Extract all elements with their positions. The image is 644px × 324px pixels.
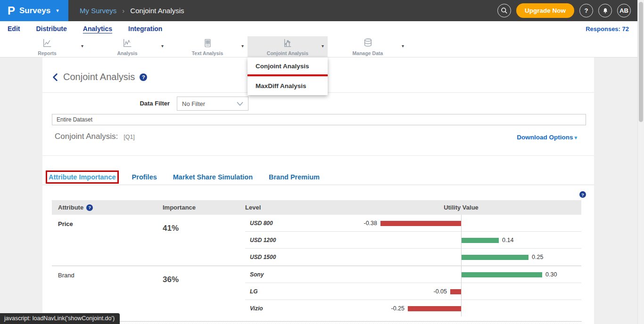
utility-bar xyxy=(408,306,461,311)
level-label: USD 1200 xyxy=(250,237,276,243)
utility-value-label: -0.38 xyxy=(364,220,378,227)
breadcrumb-parent-link[interactable]: My Surveys xyxy=(80,7,116,15)
table-header: Attribute ? Importance Level Utility Val… xyxy=(52,200,581,215)
question-code: [Q1] xyxy=(124,134,135,140)
upgrade-now-button[interactable]: Upgrade Now xyxy=(516,3,574,18)
toolbar-item-label: Text Analysis xyxy=(192,50,223,56)
download-options-label: Download Options xyxy=(517,134,573,141)
chevron-down-icon: ▾ xyxy=(56,8,59,14)
column-header-attribute: Attribute ? xyxy=(58,204,93,211)
dataset-value: Entire Dataset xyxy=(57,116,92,123)
level-row-vizio: Vizio-0.25 xyxy=(245,300,581,317)
toolbar-item-analysis[interactable]: Analysis▾ xyxy=(87,36,167,57)
app-window: P Surveys ▾ My Surveys › Conjoint Analys… xyxy=(0,0,644,324)
page-help-icon[interactable]: ? xyxy=(140,73,147,81)
toolbar-item-reports[interactable]: Reports▾ xyxy=(7,36,87,57)
responses-count: Responses: 72 xyxy=(586,25,636,32)
data-filter-label: Data Filter xyxy=(113,100,170,107)
breadcrumb-current: Conjoint Analysis xyxy=(130,7,184,15)
attribute-name: Price xyxy=(58,220,73,227)
status-link-tooltip: javascript: loadNavLink('showConjoint.do… xyxy=(0,313,120,324)
main-content-card: Conjoint Analysis ? Data Filter No Filte… xyxy=(42,57,594,324)
tab-profiles[interactable]: Profiles xyxy=(132,173,157,181)
utility-value-label: -0.25 xyxy=(391,305,405,312)
menu-item-maxdiff-analysis[interactable]: MaxDiff Analysis xyxy=(248,76,328,95)
importance-value: 36% xyxy=(163,275,179,284)
vertical-scrollbar[interactable] xyxy=(637,0,644,324)
dataset-field[interactable]: Entire Dataset xyxy=(52,114,586,125)
utility-bar xyxy=(461,238,499,243)
utility-bar xyxy=(461,255,528,260)
result-tabs: Attribute ImportanceProfilesMarket Share… xyxy=(49,170,320,185)
topbar-actions: Upgrade Now ? AB xyxy=(497,3,644,18)
table-help-icon[interactable]: ? xyxy=(579,191,586,198)
level-label: Vizio xyxy=(250,305,263,312)
help-button[interactable]: ? xyxy=(579,4,593,17)
level-row-sony: Sony0.30 xyxy=(245,266,581,283)
toolbar-item-label: Conjoint Analysis xyxy=(267,50,308,56)
nav-item-edit[interactable]: Edit xyxy=(8,25,20,32)
search-button[interactable] xyxy=(497,4,511,17)
tab-brand-premium[interactable]: Brand Premium xyxy=(269,173,320,181)
column-header-level: Level xyxy=(245,204,261,211)
toolbar-item-manage-data[interactable]: Manage Data▾ xyxy=(328,36,408,57)
zero-axis-line xyxy=(461,215,462,316)
attribute-importance-table: Attribute ? Importance Level Utility Val… xyxy=(52,200,581,322)
conjoint-dropdown-menu: Conjoint AnalysisMaxDiff Analysis xyxy=(248,57,328,95)
top-bar: P Surveys ▾ My Surveys › Conjoint Analys… xyxy=(0,0,644,21)
brand-logo: P xyxy=(8,5,15,16)
utility-value-label: 0.14 xyxy=(502,237,513,243)
level-label: Sony xyxy=(250,271,264,278)
attribute-name: Brand xyxy=(58,272,74,279)
caret-down-icon[interactable]: ▾ xyxy=(402,43,404,49)
importance-value: 41% xyxy=(163,224,179,233)
attribute-help-icon[interactable]: ? xyxy=(86,204,93,211)
avatar[interactable]: AB xyxy=(617,4,631,17)
caret-down-icon[interactable]: ▾ xyxy=(161,43,164,49)
caret-down-icon[interactable]: ▾ xyxy=(81,43,83,49)
download-options-button[interactable]: Download Options▾ xyxy=(517,134,577,141)
divider xyxy=(42,185,594,185)
toolbar-item-text-analysis[interactable]: Text Analysis▾ xyxy=(167,36,248,57)
conjoint-chart-icon xyxy=(282,38,293,50)
level-label: LG xyxy=(250,288,258,295)
notifications-button[interactable] xyxy=(598,4,612,17)
toolbar-item-label: Manage Data xyxy=(353,50,383,56)
utility-bar xyxy=(450,289,461,294)
tab-attribute-importance[interactable]: Attribute Importance xyxy=(49,173,116,181)
utility-value-label: 0.25 xyxy=(532,254,543,260)
level-row-usd-800: USD 800-0.38 xyxy=(245,215,581,232)
attribute-group-price: Price41%USD 800-0.38USD 12000.14USD 1500… xyxy=(52,215,581,266)
level-row-usd-1200: USD 12000.14 xyxy=(245,232,581,249)
column-header-utility-value: Utility Value xyxy=(428,204,494,211)
scrollbar-thumb[interactable] xyxy=(639,2,643,122)
bell-icon xyxy=(602,8,609,14)
tab-market-share-simulation[interactable]: Market Share Simulation xyxy=(173,173,253,181)
breadcrumb: My Surveys › Conjoint Analysis xyxy=(80,7,184,15)
level-row-usd-1500: USD 15000.25 xyxy=(245,249,581,266)
subnav-items: EditDistributeAnalyticsIntegration xyxy=(8,25,178,32)
toolbar-item-conjoint-analysis[interactable]: Conjoint Analysis▾ xyxy=(248,36,328,57)
text-analysis-icon xyxy=(203,38,212,50)
back-chevron-icon[interactable] xyxy=(52,73,58,81)
level-row-lg: LG-0.05 xyxy=(245,283,581,300)
breadcrumb-separator-icon: › xyxy=(122,7,124,15)
search-icon xyxy=(501,7,508,14)
page-title: Conjoint Analysis xyxy=(63,72,135,82)
analysis-chart-icon xyxy=(122,38,132,50)
nav-item-integration[interactable]: Integration xyxy=(128,25,162,32)
caret-down-icon: ▾ xyxy=(574,135,577,140)
question-icon: ? xyxy=(585,7,588,14)
caret-down-icon[interactable]: ▾ xyxy=(241,43,244,49)
brand-menu[interactable]: P Surveys ▾ xyxy=(0,0,68,21)
brand-label: Surveys xyxy=(19,6,50,16)
toolbar-item-label: Reports xyxy=(38,50,57,56)
nav-item-distribute[interactable]: Distribute xyxy=(36,25,66,32)
level-rows: Sony0.30LG-0.05Vizio-0.25 xyxy=(245,266,581,317)
data-filter-select[interactable]: No Filter xyxy=(177,97,248,111)
chevron-down-icon xyxy=(237,102,243,106)
attribute-group-brand: Brand36%Sony0.30LG-0.05Vizio-0.25 xyxy=(52,266,581,317)
menu-item-conjoint-analysis[interactable]: Conjoint Analysis xyxy=(248,57,328,74)
nav-item-analytics[interactable]: Analytics xyxy=(83,25,112,32)
caret-down-icon[interactable]: ▾ xyxy=(322,43,324,49)
